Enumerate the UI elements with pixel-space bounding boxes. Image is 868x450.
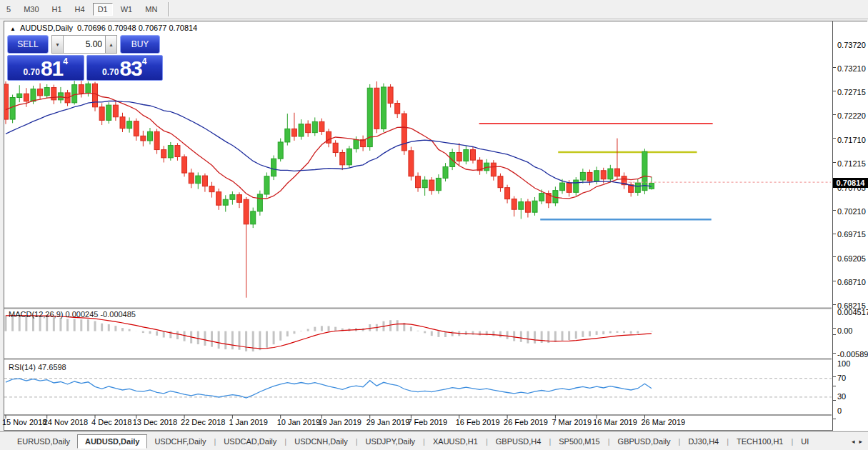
tab-gbpusd-h4[interactable]: GBPUSD,H4 [489,434,549,449]
candle-body [580,172,585,180]
price-axis-label: 0.71710 [837,136,866,145]
date-label: 19 Jan 2019 [318,418,361,426]
candle-body [141,136,146,141]
chart-plot-area[interactable] [4,21,832,431]
tab-separator: | [727,437,729,446]
collapse-icon[interactable]: ▲ [10,26,16,32]
candle-body [154,131,159,149]
timeframe-button-h1[interactable]: H1 [47,3,67,16]
candle-body [106,105,111,120]
buy-price-display[interactable]: 0.70 83 4 [86,55,164,81]
buy-button[interactable]: BUY [120,35,160,54]
macd-axis-label: 0.00 [837,326,852,336]
tab-separator: | [549,437,551,446]
candle-body [24,94,29,101]
timeframe-button-h4[interactable]: H4 [70,3,90,16]
candle-body [429,180,434,191]
rsi-axis-label: 0 [837,406,842,416]
tab-usdchf-daily[interactable]: USDCHF,Daily [147,434,213,449]
candle-body [299,124,304,136]
candle-body [189,173,194,184]
price-axis-label: 0.68710 [837,278,866,287]
candle-body [31,89,36,101]
date-label: 10 Jan 2019 [277,418,321,426]
chart-layers [4,79,832,419]
tab-separator: | [486,437,488,446]
date-label: 7 Feb 2019 [407,418,447,426]
sell-price-big-digits: 81 [41,58,63,79]
price-axis-label: 0.72220 [837,111,866,121]
candle-body [519,202,524,210]
sell-price-display[interactable]: 0.70 81 4 [7,55,84,81]
buy-price-pip-digit: 4 [142,57,147,66]
price-axis-label: 0.73720 [837,41,866,50]
volume-stepper: ▾ ▴ [51,35,117,54]
chart-ohlc-values: 0.70696 0.70948 0.70677 0.70814 [77,24,197,32]
volume-decrease-button[interactable]: ▾ [51,35,64,54]
candle-body [614,169,619,176]
tab-audusd-daily[interactable]: AUDUSD,Daily [77,434,147,449]
price-axis: 0.737200.732100.727150.722200.717100.712… [832,21,868,431]
tab-gbpusd-daily[interactable]: GBPUSD,Daily [611,434,678,449]
candle-body [587,172,592,181]
candle-body [230,195,235,200]
tab-xauusd-h1[interactable]: XAUUSD,H1 [426,434,485,449]
volume-input[interactable] [64,35,105,54]
candle-body [209,186,214,192]
timeframe-button-w1[interactable]: W1 [116,3,138,16]
tab-dj30-h4[interactable]: DJ30,H4 [681,434,726,449]
candle-body [635,183,640,192]
candle-body [182,157,187,174]
tab-usdcnh-daily[interactable]: USDCNH,Daily [287,434,355,449]
candle-body [161,150,166,158]
candle-body [93,84,98,107]
candle-body [86,84,91,93]
candle-body [464,150,469,161]
tab-ui[interactable]: UI [794,434,816,449]
axis-tick-mark [833,67,836,68]
tab-sp500-m15[interactable]: SP500,M15 [552,434,607,449]
axis-tick-mark [833,91,836,91]
toolbar-separator [168,2,169,16]
candle-body [10,98,15,120]
tab-scroll-right-icon[interactable]: ▸ [859,438,862,445]
candle-body [436,178,441,190]
volume-increase-button[interactable]: ▴ [105,35,117,54]
tab-scroll-left-icon[interactable]: ◂ [852,438,855,445]
current-price-tag: 0.70814 [833,178,868,188]
tab-separator: | [284,437,286,446]
tab-usdjpy-daily[interactable]: USDJPY,Daily [359,434,423,449]
tab-eurusd-daily[interactable]: EURUSD,Daily [10,434,77,449]
timeframe-button-5[interactable]: 5 [1,3,16,16]
date-label: 15 Nov 2018 [2,418,46,426]
sell-button[interactable]: SELL [7,35,49,54]
date-label: 24 Nov 2018 [44,418,88,426]
axis-tick-mark [833,353,836,354]
price-axis-label: 0.71215 [837,159,866,169]
candle-body [608,169,613,179]
rsi-line [6,379,652,398]
candle-body [44,88,49,96]
candle-body [285,129,290,142]
candle-body [4,84,9,119]
rsi-axis-label: 100 [837,359,850,369]
candle-body [642,151,647,190]
candle-body [202,176,207,186]
tab-separator: | [423,437,425,446]
candle-body [601,171,606,179]
candle-body [99,107,104,121]
timeframe-button-d1[interactable]: D1 [93,3,113,16]
price-axis-label: 0.72715 [837,88,866,97]
candle-body [574,180,579,192]
timeframe-button-mn[interactable]: MN [140,3,162,16]
timeframe-button-m30[interactable]: M30 [19,3,44,16]
tab-tech100-h1[interactable]: TECH100,H1 [729,434,790,449]
candle-body [443,166,448,178]
axis-tick-mark [833,386,836,386]
axis-tick-mark [833,256,836,257]
candle-body [38,89,43,96]
macd-axis-label: -0.005899 [837,350,868,359]
tab-usdcad-daily[interactable]: USDCAD,Daily [216,434,284,449]
candle-body [532,201,537,212]
date-label: 29 Jan 2019 [366,418,410,426]
